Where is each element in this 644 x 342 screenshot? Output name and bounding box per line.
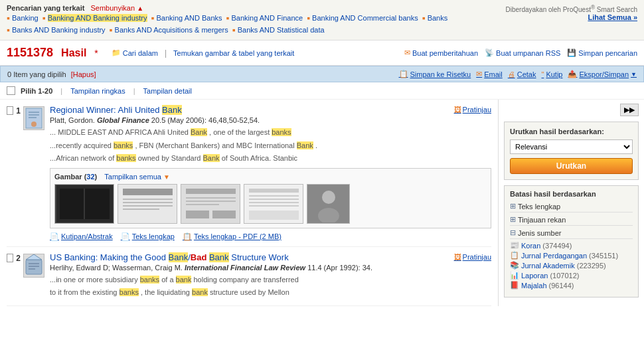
svg-rect-23 — [249, 195, 299, 197]
filter-fulltext-arrow: ⊞ — [510, 202, 516, 211]
svg-rect-11 — [123, 202, 173, 203]
trade-link[interactable]: Jurnal Perdagangan — [521, 252, 587, 260]
gallery-image-5[interactable] — [307, 184, 350, 224]
rel-link-8[interactable]: Banks AND Acquisitions & mergers — [115, 26, 228, 34]
clear-selection-link[interactable]: [Hapus] — [71, 70, 96, 78]
results-list: 1 Regional Winner: Ahli United Bank — [0, 100, 498, 306]
report-link[interactable]: Laporan — [521, 272, 548, 280]
preview-2: 🖼 Pratinjau — [454, 252, 491, 264]
cite-btn[interactable]: " Kutip — [542, 70, 563, 78]
rel-link-9[interactable]: Banks AND Statistical data — [238, 26, 325, 34]
gallery-image-2[interactable] — [118, 184, 177, 224]
svg-rect-18 — [186, 204, 219, 205]
result-snippet-1a: ... MIDDLE EAST AND AFRICA Ahli United B… — [50, 127, 491, 138]
gallery-show-all-link[interactable]: Tampilkan semua — [104, 173, 161, 181]
filter-item-trade: 📋 Jurnal Perdagangan (345151) — [510, 250, 633, 260]
filter-section-title: Batasi hasil berdasarkan — [510, 190, 633, 198]
newspaper-link[interactable]: Koran — [521, 242, 540, 250]
fulltext-link-1[interactable]: 📄 Teks lengkap — [121, 232, 175, 241]
filter-fulltext-toggle[interactable]: ⊞ Teks lengkap — [510, 202, 633, 213]
pdf-link-1[interactable]: 📋 Teks lengkap - PDF (2 MB) — [183, 232, 282, 241]
magazine-link[interactable]: Majalah — [521, 282, 547, 290]
select-all-checkbox[interactable] — [7, 86, 15, 95]
sidebar-nav-button[interactable]: ▶▶ — [620, 104, 639, 116]
filter-peer-toggle[interactable]: ⊞ Tinjauan rekan — [510, 215, 633, 226]
svg-rect-31 — [26, 260, 42, 274]
selection-bar: 0 Item yang dipilih [Hapus] 📋 Simpan ke … — [0, 66, 644, 82]
academic-count: (223295) — [577, 262, 606, 270]
result-count: 1151378 — [7, 46, 53, 60]
rel-link-7[interactable]: Banks AND Banking industry — [12, 26, 106, 34]
export-icon: 📤 — [568, 70, 577, 78]
result-icon-col-2 — [23, 252, 50, 300]
result-snippet-1c: ...African network of banks owned by Sta… — [50, 153, 491, 164]
result-snippet-2b: to it from the existing banks , the liqu… — [50, 287, 491, 298]
filter-item-magazine: 📕 Majalah (96144) — [510, 280, 633, 290]
newspaper-count: (374494) — [542, 242, 572, 250]
result-title-2: US Banking: Making the Good Bank/Bad Ban… — [50, 252, 289, 262]
result-citation-1: Platt, Gordon. Global Finance 20.5 (May … — [50, 116, 491, 124]
gallery-images — [54, 184, 487, 224]
gallery-count-link[interactable]: 32 — [86, 173, 94, 181]
result-title-link-2[interactable]: US Banking: Making the Good Bank/Bad Ban… — [50, 252, 289, 262]
citation-link-1[interactable]: 📄 Kutipan/Abstrak — [50, 232, 113, 241]
result-snippet-2a: ...in one or more subsidiary banks of a … — [50, 274, 491, 286]
preview-link-1[interactable]: 🖼 Pratinjau — [454, 106, 491, 114]
rel-link-3[interactable]: Banking AND Banks — [156, 14, 222, 22]
preview-link-2[interactable]: 🖼 Pratinjau — [454, 253, 491, 261]
print-btn[interactable]: 🖨 Cetak — [508, 70, 536, 78]
academic-link[interactable]: Jurnal Akademik — [521, 262, 575, 270]
result-checkbox-1[interactable] — [7, 106, 13, 115]
report-count: (107012) — [550, 272, 579, 280]
page-range-label: Pilih 1-20 — [21, 87, 52, 95]
report-icon: 📊 — [510, 271, 519, 280]
results-header: 1151378 Hasil * 📁 Cari dalam | Temukan g… — [0, 41, 644, 66]
pdf-icon-1: 📋 — [183, 232, 192, 241]
rss-icon: 📡 — [485, 48, 494, 57]
newspaper-icon: 📰 — [510, 241, 519, 250]
save-riset-icon: 📋 — [399, 70, 408, 78]
citation-icon-1: 📄 — [50, 232, 59, 241]
search-in-link[interactable]: 📁 Cari dalam — [112, 48, 158, 57]
sort-select[interactable]: Relevansi Tanggal Judul — [510, 139, 633, 154]
svg-rect-10 — [123, 199, 173, 200]
sort-label: Urutkan hasil berdasarkan: — [510, 128, 633, 135]
filter-group-peer: ⊞ Tinjauan rekan — [510, 215, 633, 226]
result-title-1: Regional Winner: Ahli United Bank — [50, 105, 182, 115]
notify-link[interactable]: ✉ Buat pemberitahuan — [404, 48, 478, 57]
sort-button[interactable]: Urutkan — [510, 158, 633, 174]
see-all-link[interactable]: Lihat Semua » — [588, 13, 637, 21]
result-links-1: 📄 Kutipan/Abstrak 📄 Teks lengkap 📋 Teks … — [50, 232, 491, 241]
view-detail-btn[interactable]: Tampilan detail — [143, 87, 192, 95]
rel-link-4[interactable]: Banking AND Finance — [232, 14, 303, 22]
save-riset-btn[interactable]: 📋 Simpan ke Risetku — [399, 70, 471, 78]
svg-rect-20 — [212, 211, 236, 218]
rss-link[interactable]: 📡 Buat umpanan RSS — [485, 48, 560, 57]
find-images-link[interactable]: Temukan gambar & tabel yang terkait — [173, 49, 294, 57]
notify-icon: ✉ — [404, 48, 410, 57]
image-gallery-1: Gambar (32) Tampilkan semua ▼ — [50, 168, 491, 228]
svg-rect-9 — [123, 189, 173, 195]
rel-link-1[interactable]: Banking — [12, 14, 39, 22]
hide-button[interactable]: Sembunyikan — [90, 4, 135, 12]
gallery-image-4[interactable] — [244, 184, 303, 224]
svg-rect-19 — [186, 211, 209, 218]
export-btn[interactable]: 📤 Ekspor/Simpan ▼ — [568, 70, 637, 78]
result-checkbox-2[interactable] — [7, 254, 13, 262]
rel-link-2[interactable]: Banking AND Banking industry — [48, 14, 147, 22]
selection-actions: 📋 Simpan ke Risetku ✉ Email 🖨 Cetak " Ku… — [399, 70, 637, 78]
view-summary-btn[interactable]: Tampilan ringkas — [70, 87, 125, 95]
result-snippet-1b: ...recently acquired banks , FBN (Mercha… — [50, 140, 491, 151]
gallery-image-1[interactable] — [54, 184, 114, 224]
email-btn[interactable]: ✉ Email — [476, 70, 503, 78]
gallery-image-3[interactable] — [181, 184, 240, 224]
filter-source-toggle[interactable]: ⊟ Jenis sumber — [510, 228, 633, 239]
rel-link-5[interactable]: Banking AND Commercial banks — [312, 14, 418, 22]
save-search-link[interactable]: 💾 Simpan pencarian — [567, 48, 637, 57]
rel-link-6[interactable]: Banks — [428, 14, 448, 22]
result-label: Hasil — [61, 47, 86, 59]
result-title-link-1[interactable]: Regional Winner: Ahli United Bank — [50, 105, 182, 115]
magazine-count: (96144) — [549, 282, 574, 290]
academic-icon: 📚 — [510, 261, 519, 270]
table-row: 1 Regional Winner: Ahli United Bank — [7, 100, 491, 247]
